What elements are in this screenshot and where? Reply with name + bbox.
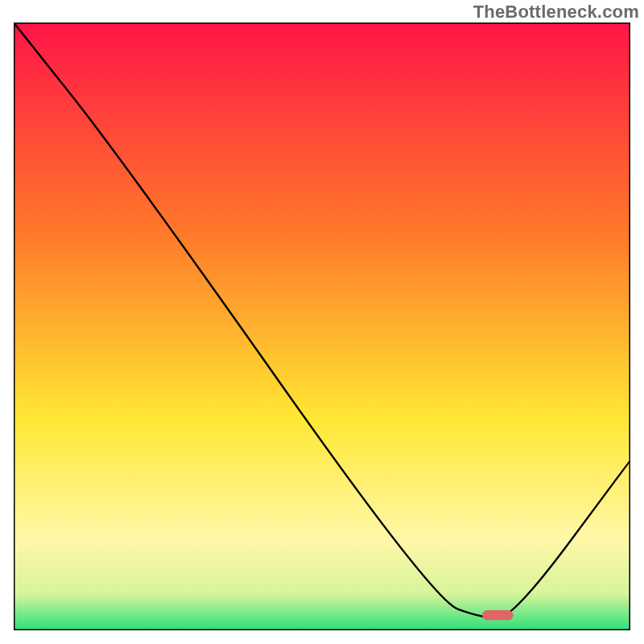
watermark-text: TheBottleneck.com (473, 2, 639, 23)
gradient-background (14, 23, 630, 630)
plot-area (14, 23, 630, 630)
chart-svg (14, 23, 630, 630)
optimal-range-marker (482, 610, 513, 620)
chart-container: TheBottleneck.com (0, 0, 644, 644)
